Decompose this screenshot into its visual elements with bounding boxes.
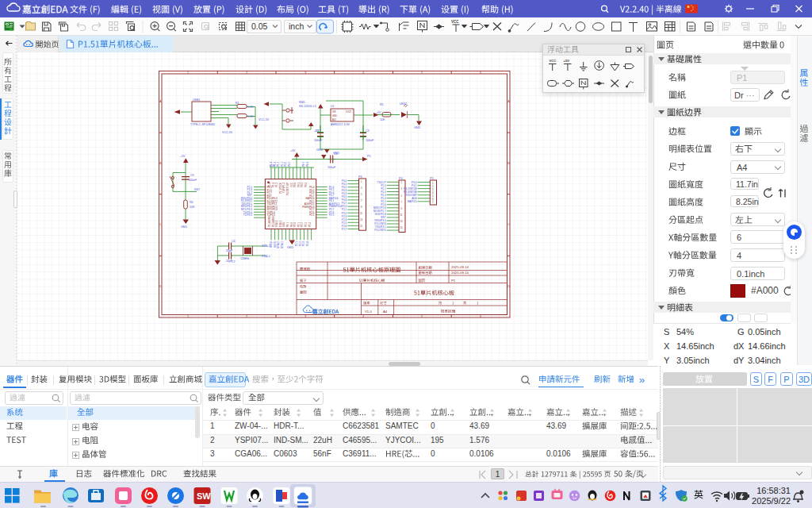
svg-text:C: C — [159, 222, 162, 226]
svg-text:P0.3: P0.3 — [304, 183, 308, 187]
svg-text:P3.2/INT0: P3.2/INT0 — [374, 229, 386, 232]
svg-text:A4: A4 — [383, 310, 388, 314]
svg-text:R4: R4 — [190, 201, 193, 204]
svg-text:100nF: 100nF — [189, 179, 197, 182]
svg-text:+5V: +5V — [180, 155, 186, 158]
svg-text:P1.4: P1.4 — [268, 183, 271, 187]
svg-text:100uF: 100uF — [327, 166, 336, 169]
svg-text:P5: P5 — [430, 177, 433, 180]
svg-text:XTAL2: XTAL2 — [275, 220, 278, 227]
svg-text:V1.0: V1.0 — [365, 310, 372, 314]
svg-text:LED1: LED1 — [400, 102, 407, 106]
svg-text:TGPI/P1.3: TGPI/P1.3 — [282, 183, 285, 194]
svg-text:B: B — [159, 161, 162, 165]
svg-text:P2.0: P2.0 — [293, 222, 297, 227]
svg-text:15: 15 — [360, 225, 363, 228]
svg-text:VIN: VIN — [332, 110, 335, 114]
svg-text:P4.0: P4.0 — [290, 222, 293, 227]
svg-text:P0.1: P0.1 — [297, 183, 301, 187]
svg-text:VCC-5V: VCC-5V — [222, 131, 233, 134]
svg-text:SW1: SW1 — [299, 101, 305, 104]
svg-text:P2.3: P2.3 — [304, 222, 308, 227]
svg-text:VCC: VCC — [290, 183, 293, 187]
svg-text:C: C — [508, 222, 510, 226]
svg-text:P2.5: P2.5 — [309, 214, 315, 217]
svg-text:P5: P5 — [367, 155, 370, 158]
svg-text:P4.2/INT GP: P4.2/INT GP — [286, 183, 289, 195]
svg-text:EA/P4.6: EA/P4.6 — [408, 200, 417, 203]
svg-text:P2.4: P2.4 — [306, 241, 309, 247]
svg-text:P1.1/TXCK: P1.1/TXCK — [279, 183, 282, 194]
svg-text:P4.1: P4.1 — [286, 222, 289, 227]
svg-text:GND: GND — [332, 114, 337, 117]
svg-text:GND: GND — [181, 225, 187, 229]
svg-text:XTAL2: XTAL2 — [277, 241, 280, 248]
svg-text:P1.3: P1.3 — [272, 183, 275, 187]
svg-text:A: A — [508, 99, 510, 103]
svg-text:13: 13 — [360, 218, 363, 221]
svg-text:+5V: +5V — [376, 111, 381, 114]
svg-text:D: D — [508, 284, 510, 288]
svg-text:GND: GND — [287, 246, 293, 249]
svg-text:20pF: 20pF — [226, 260, 233, 263]
svg-text:RST: RST — [194, 188, 201, 191]
svg-text:D: D — [159, 284, 162, 288]
svg-text:P2.1: P2.1 — [295, 241, 298, 247]
svg-text:VCC: VCC — [550, 59, 557, 63]
svg-text:A: A — [159, 99, 162, 103]
svg-text:C6: C6 — [232, 240, 236, 243]
svg-text:11: 11 — [360, 212, 362, 215]
svg-text:C2: C2 — [316, 129, 320, 133]
svg-text:VOUT: VOUT — [346, 110, 352, 114]
svg-text:P1.5/MOSI: P1.5/MOSI — [272, 216, 275, 227]
svg-text:XTAL1: XTAL1 — [262, 255, 270, 258]
svg-text:MOSI: MOSI — [274, 241, 277, 248]
svg-text:VCC-5V: VCC-5V — [259, 118, 270, 121]
svg-text:P4.2: P4.2 — [288, 161, 291, 167]
svg-text:P1: P1 — [451, 279, 456, 283]
svg-text:2025-09-14: 2025-09-14 — [451, 271, 469, 275]
svg-text:GND: GND — [414, 126, 420, 129]
svg-text:B: B — [508, 161, 510, 165]
svg-text:15: 15 — [400, 226, 404, 229]
svg-text:P0.3: P0.3 — [306, 161, 309, 167]
svg-text:MISO: MISO — [270, 241, 273, 247]
svg-text:TYPE-C-SP-D8065: TYPE-C-SP-D8065 — [190, 123, 215, 126]
svg-text:P0.2: P0.2 — [301, 183, 304, 187]
svg-text:U1: U1 — [331, 105, 335, 108]
svg-text:P2.4: P2.4 — [308, 222, 312, 227]
svg-text:100uF: 100uF — [314, 139, 323, 142]
svg-text:P2.3: P2.3 — [302, 241, 305, 247]
svg-text:R5: R5 — [380, 103, 384, 106]
svg-text:P2.7: P2.7 — [342, 228, 347, 231]
svg-text:P3: P3 — [358, 175, 362, 179]
svg-text:11: 11 — [400, 214, 403, 217]
svg-text:XTAL1: XTAL1 — [279, 220, 282, 227]
svg-text:GND: GND — [316, 148, 323, 152]
svg-text:USB1: USB1 — [193, 98, 200, 102]
svg-text:+5V: +5V — [290, 149, 296, 152]
svg-text:VCC: VCC — [451, 20, 459, 24]
svg-text:P0.0: P0.0 — [293, 183, 297, 187]
svg-text:inch: inch — [289, 21, 304, 31]
svg-text:P1.0: P1.0 — [284, 161, 287, 167]
svg-text:10K: 10K — [190, 206, 195, 209]
svg-text:T1/P3.5: T1/P3.5 — [243, 214, 252, 217]
svg-text:P1.3: P1.3 — [274, 161, 277, 167]
svg-text:SW: SW — [197, 491, 211, 501]
svg-text:P1.4/MISO: P1.4/MISO — [268, 215, 271, 227]
svg-text:P2.2: P2.2 — [299, 241, 302, 247]
svg-text:100uF: 100uF — [366, 139, 374, 142]
svg-text:C4: C4 — [334, 152, 338, 156]
svg-text:C9: C9 — [190, 174, 194, 177]
svg-text:+5V: +5V — [564, 59, 570, 63]
svg-text:0.05: 0.05 — [251, 21, 268, 31]
svg-text:AMS1117-3.3V: AMS1117-3.3V — [331, 123, 350, 126]
svg-text:ADJ: ADJ — [332, 118, 337, 121]
svg-text:5.1K: 5.1K — [247, 115, 254, 118]
svg-text:GND: GND — [282, 222, 285, 227]
svg-text:P1.2: P1.2 — [277, 161, 280, 167]
svg-text:P2.1: P2.1 — [297, 222, 301, 227]
svg-text:P0.2: P0.2 — [302, 161, 305, 167]
svg-text:5.1K: 5.1K — [247, 106, 254, 109]
